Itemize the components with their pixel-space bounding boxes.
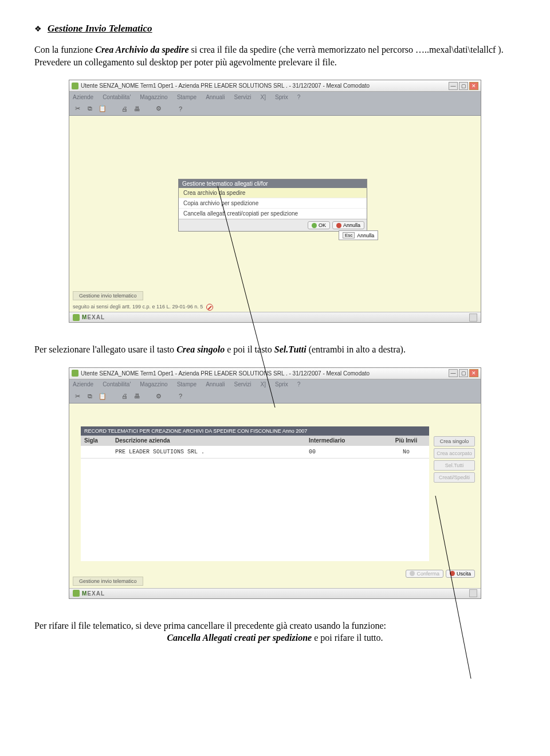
menu-item[interactable]: Servizi	[234, 94, 252, 100]
ok-button[interactable]: OK	[308, 221, 330, 229]
menu-item[interactable]: Aziende	[73, 94, 93, 100]
mid-paragraph: Per selezionare l'allegato usare il tast…	[34, 343, 516, 356]
crea-accorpato-button[interactable]: Crea accorpato	[434, 448, 475, 459]
menu-item[interactable]: Magazzino	[140, 94, 167, 100]
menu-item[interactable]: Magazzino	[140, 381, 167, 387]
close-button[interactable]: ✕	[469, 82, 478, 90]
paste-icon[interactable]: 📋	[98, 391, 107, 401]
help-icon[interactable]: ?	[176, 104, 185, 113]
brand-right-icon	[469, 314, 477, 322]
side-buttons: Crea singolo Crea accorpato Sel.Tutti Cr…	[434, 436, 475, 483]
print2-icon[interactable]: 🖶	[132, 104, 142, 113]
cancel-button[interactable]: Annulla	[332, 221, 364, 229]
section-heading: Gestione Invio Telematico	[48, 23, 152, 34]
bullet-diamond-icon: ❖	[34, 24, 42, 34]
app-icon	[72, 370, 78, 377]
menubar: Aziende Contabilita' Magazzino Stampe An…	[69, 379, 481, 390]
app-window-1: Utente SENZA_NOME Term1 Oper1 - Azienda …	[69, 80, 481, 323]
close-button[interactable]: ✕	[469, 369, 478, 377]
intro-paragraph: Con la funzione Crea Archivio da spedire…	[34, 44, 516, 68]
col-descrizione: Descrizione azienda	[115, 437, 309, 444]
menu-item[interactable]: Sprix	[275, 94, 288, 100]
minimize-button[interactable]: —	[449, 82, 458, 90]
tool-icon[interactable]: ⚙	[154, 104, 163, 113]
menu-item[interactable]: Annuali	[206, 381, 225, 387]
titlebar: Utente SENZA_NOME Term1 Oper1 - Azienda …	[69, 80, 481, 92]
copy-icon[interactable]: ⧉	[85, 104, 95, 113]
menu-item[interactable]: Contabilita'	[103, 94, 131, 100]
help-icon[interactable]: ?	[176, 391, 185, 401]
menu-item[interactable]: Annuali	[206, 94, 225, 100]
cell-sigla	[81, 449, 115, 455]
maximize-button[interactable]: ▢	[459, 82, 468, 90]
menu-item[interactable]: X]	[261, 381, 266, 387]
col-sigla: Sigla	[81, 437, 115, 444]
cancel-icon	[336, 223, 341, 228]
tool-icon[interactable]: ⚙	[154, 391, 163, 401]
menubar: Aziende Contabilita' Magazzino Stampe An…	[69, 92, 481, 102]
dialog-gestione-telematico: Gestione telematico allegati cli/for Cre…	[178, 179, 367, 232]
esc-hint: Esc Annulla	[339, 230, 378, 240]
print-icon[interactable]: 🖨	[120, 391, 129, 401]
app-body: Gestione telematico allegati cli/for Cre…	[69, 116, 481, 322]
exit-icon	[450, 571, 455, 576]
brand-logo-icon	[73, 314, 80, 321]
cell-desc: PRE LEADER SOLUTIONS SRL .	[115, 449, 309, 455]
table-row[interactable]: PRE LEADER SOLUTIONS SRL . 00 No	[81, 445, 429, 458]
cell-inter: 00	[309, 449, 383, 455]
sel-tutti-button[interactable]: Sel.Tutti	[434, 460, 475, 471]
status-tag: Gestione invio telematico	[73, 291, 143, 300]
status-tag: Gestione invio telematico	[73, 577, 143, 586]
print-icon[interactable]: 🖨	[120, 104, 129, 113]
grid-banner: RECORD TELEMATICI PER CREAZIONE ARCHIVI …	[81, 426, 429, 436]
window-title: Utente SENZA_NOME Term1 Oper1 - Azienda …	[81, 83, 446, 89]
brand-bar: MEXAL	[69, 588, 481, 598]
cell-piu: No	[383, 449, 429, 455]
menu-item[interactable]: Contabilita'	[103, 381, 131, 387]
brand-text: MMEXALEXAL	[82, 314, 105, 320]
paste-icon[interactable]: 📋	[98, 104, 107, 113]
toolbar: ✂ ⧉ 📋 🖨 🖶 ⚙ ?	[69, 102, 481, 116]
dialog-option-crea-archivio[interactable]: Crea archivio da spedire	[179, 188, 367, 198]
menu-item[interactable]: X]	[261, 94, 266, 100]
kbd-esc: Esc	[343, 232, 355, 238]
final-paragraph: Per rifare il file telematico, si deve p…	[34, 620, 516, 644]
creati-spediti-button[interactable]: Creati/Spediti	[434, 472, 475, 483]
menu-item[interactable]: Sprix	[275, 381, 288, 387]
app-icon	[72, 83, 78, 89]
dialog-title: Gestione telematico allegati cli/for	[179, 179, 367, 188]
toolbar: ✂ ⧉ 📋 🖨 🖶 ⚙ ?	[69, 390, 481, 404]
print2-icon[interactable]: 🖶	[132, 391, 142, 401]
grid-empty-area	[81, 458, 429, 561]
col-piu-invii: Più Invii	[383, 437, 429, 444]
brand-right-icon	[469, 589, 477, 597]
grid-header: Sigla Descrizione azienda Intermediario …	[81, 436, 429, 445]
records-grid: RECORD TELEMATICI PER CREAZIONE ARCHIVI …	[81, 426, 429, 561]
uscita-button[interactable]: Uscita	[446, 570, 475, 578]
forbidden-icon	[206, 304, 213, 311]
window-title: Utente SENZA_NOME Term1 Oper1 - Azienda …	[81, 370, 446, 377]
menu-item[interactable]: Stampe	[177, 381, 197, 387]
brand-bar: MMEXALEXAL	[69, 312, 481, 322]
conferma-button[interactable]: Conferma	[406, 570, 443, 578]
app-window-2: Utente SENZA_NOME Term1 Oper1 - Azienda …	[69, 367, 481, 599]
cut-icon[interactable]: ✂	[73, 391, 82, 401]
brand-text: MEXAL	[82, 590, 105, 597]
dialog-option-copia-archivio[interactable]: Copia archivio per spedizione	[179, 198, 367, 209]
menu-item[interactable]: ?	[297, 381, 301, 387]
brand-logo-icon	[73, 590, 80, 597]
menu-item[interactable]: Servizi	[234, 381, 252, 387]
titlebar: Utente SENZA_NOME Term1 Oper1 - Azienda …	[69, 368, 481, 379]
app-body: RECORD TELEMATICI PER CREAZIONE ARCHIVI …	[69, 404, 481, 598]
minimize-button[interactable]: —	[449, 369, 458, 377]
menu-item[interactable]: ?	[297, 94, 301, 100]
col-intermediario: Intermediario	[309, 437, 383, 444]
cut-icon[interactable]: ✂	[73, 104, 82, 113]
maximize-button[interactable]: ▢	[459, 369, 468, 377]
dialog-option-cancella-allegati[interactable]: Cancella allegati creati/copiati per spe…	[179, 209, 367, 219]
menu-item[interactable]: Aziende	[73, 381, 93, 387]
copy-icon[interactable]: ⧉	[85, 391, 95, 401]
crea-singolo-button[interactable]: Crea singolo	[434, 436, 475, 446]
hint-label: Annulla	[357, 233, 374, 238]
menu-item[interactable]: Stampe	[177, 94, 197, 100]
